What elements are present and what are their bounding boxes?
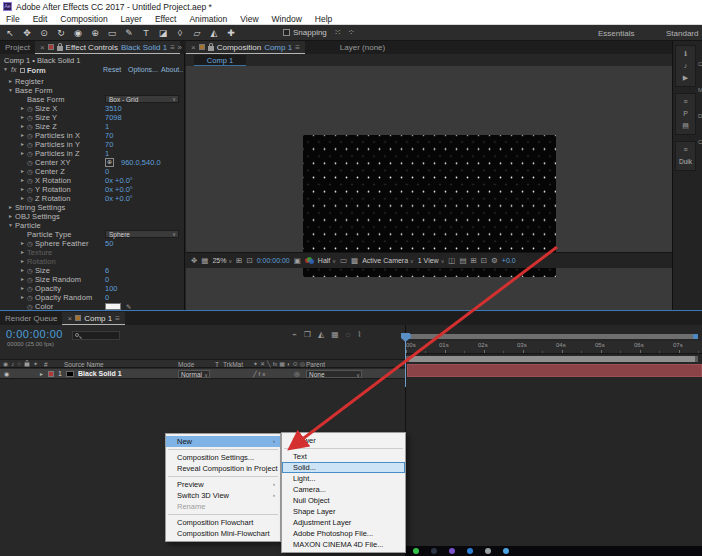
viewer-stage[interactable] <box>186 66 672 252</box>
property-dropdown[interactable]: Box - Grid∨ <box>105 95 179 103</box>
taskbar-app-lightblue[interactable] <box>503 548 509 554</box>
work-area-start-handle[interactable] <box>406 356 409 362</box>
switch-icon-7[interactable]: ◎ <box>300 360 305 369</box>
plugin-panel-icon[interactable]: ≡ <box>676 144 695 156</box>
roto-brush-tool-icon[interactable]: ◭ <box>208 28 220 38</box>
parent-dropdown[interactable]: None ∨ <box>306 370 362 378</box>
property-value[interactable]: 70 <box>105 131 113 140</box>
property-value[interactable]: 100 <box>105 284 118 293</box>
twirl-icon[interactable]: ► <box>20 248 27 257</box>
snapping-checkbox[interactable] <box>283 29 290 36</box>
stopwatch-icon[interactable]: ◷ <box>27 302 35 310</box>
property-value[interactable]: 70 <box>105 140 113 149</box>
fast-previews-icon[interactable]: ▤ <box>459 256 466 265</box>
magnification-dropdown[interactable]: 25% ∨ <box>212 257 232 264</box>
twirl-icon[interactable]: ► <box>20 194 27 203</box>
layer-color-chip[interactable] <box>48 371 54 377</box>
effect-row[interactable]: ►Texture <box>0 248 185 257</box>
switch-icon-2[interactable]: ╲ <box>267 360 271 369</box>
twirl-down-icon[interactable]: ▼ <box>3 66 8 72</box>
twirl-icon[interactable]: ► <box>20 176 27 185</box>
audio-icon[interactable]: ♪ <box>11 360 14 369</box>
menu-effect[interactable]: Effect <box>155 14 177 24</box>
gear-icon[interactable]: ⚙ <box>491 256 498 265</box>
effect-row[interactable]: ►◷Size X3510 <box>0 104 185 113</box>
property-value[interactable]: 0x +0.0° <box>105 194 133 203</box>
show-channel-icon[interactable] <box>305 257 314 264</box>
effect-row[interactable]: ►◷Particles in X70 <box>0 131 185 140</box>
tab-effect-controls[interactable]: × Effect Controls Black Solid 1 ≡ <box>35 41 180 54</box>
twirl-icon[interactable]: ► <box>20 167 27 176</box>
camera-dropdown[interactable]: Active Camera ∨ <box>362 257 414 264</box>
effect-row[interactable]: ►◷Size Random0 <box>0 275 185 284</box>
current-timecode[interactable]: 0:00:00:00 <box>6 328 63 340</box>
paragraph-panel-icon[interactable]: P <box>676 108 695 120</box>
taskbar-app-green[interactable] <box>413 548 419 554</box>
shape-tool-icon[interactable]: ▭ <box>106 28 118 38</box>
property-value[interactable]: 0 <box>105 293 109 302</box>
layer-row[interactable]: ◉ ► 1 Black Solid 1 Normal ∨ ╱fx ◎ None … <box>0 369 405 379</box>
property-value[interactable]: 0 <box>105 167 109 176</box>
menu-composition[interactable]: Composition <box>60 14 107 24</box>
switch-icon-0[interactable]: ✦ <box>253 360 258 369</box>
toolbar-extra-icons[interactable]: ⁙⁘ <box>334 27 361 37</box>
point-icon[interactable]: ⊕ <box>105 158 114 167</box>
selection-tool-icon[interactable]: ↖ <box>4 28 16 38</box>
property-value[interactable]: 1 <box>105 122 109 131</box>
twirl-icon[interactable] <box>20 158 27 167</box>
switch-icon-5[interactable]: ◐ <box>287 360 291 369</box>
timeline-button-icon[interactable]: ⊞ <box>471 256 477 265</box>
menu-help[interactable]: Help <box>315 14 332 24</box>
switch-icon-4[interactable]: ▦ <box>279 360 285 369</box>
effect-row[interactable]: ►OBJ Settings <box>0 212 185 221</box>
stopwatch-icon[interactable]: ◷ <box>27 113 35 122</box>
panel-menu-icon[interactable]: ≡ <box>115 314 120 323</box>
property-value[interactable]: 0 <box>105 275 109 284</box>
exposure-value[interactable]: +0.0 <box>502 257 516 264</box>
switch-icon-1[interactable]: ✕ <box>260 360 265 369</box>
grid-guides-icon[interactable]: ⊞ <box>236 256 242 265</box>
close-icon[interactable]: × <box>40 43 45 52</box>
submenu-item-solid[interactable]: Solid... <box>282 462 405 473</box>
submenu-item-null-object[interactable]: Null Object <box>282 495 405 506</box>
rotation-tool-icon[interactable]: ↻ <box>55 28 67 38</box>
effect-row[interactable]: ►Rotation <box>0 257 185 266</box>
effect-row[interactable]: ►◷Particles in Y70 <box>0 140 185 149</box>
effect-row[interactable]: ◷Color✎ <box>0 302 185 310</box>
stopwatch-icon[interactable]: ◷ <box>27 104 35 113</box>
tab-render-queue[interactable]: Render Queue <box>0 312 62 325</box>
lock-column-icon[interactable] <box>24 363 29 367</box>
puppet-pin-tool-icon[interactable]: ✚ <box>225 28 237 38</box>
effects-presets-panel-icon[interactable]: ≡ <box>676 96 695 108</box>
effect-options-link[interactable]: Options... <box>128 66 158 73</box>
viewer-timecode[interactable]: 0:00:00:00 <box>257 257 290 264</box>
taskbar-app-purple[interactable] <box>449 548 455 554</box>
pan-behind-tool-icon[interactable]: ⊕ <box>89 28 101 38</box>
property-value[interactable]: 0x +0.0° <box>105 185 133 194</box>
twirl-icon[interactable] <box>20 95 27 104</box>
effect-row[interactable]: ►◷Particles in Z1 <box>0 149 185 158</box>
taskbar-app-gray[interactable] <box>485 548 491 554</box>
property-value[interactable]: 0x +0.0° <box>105 176 133 185</box>
taskbar-app-dark[interactable] <box>431 548 437 554</box>
tracker-panel-icon[interactable]: ▤ <box>676 120 695 132</box>
twirl-icon[interactable] <box>20 302 27 310</box>
hide-shy-layers-icon[interactable]: ◭ <box>318 330 324 339</box>
menu-item-new[interactable]: New› <box>166 436 280 447</box>
effect-row[interactable]: ►◷Sphere Feather50 <box>0 239 185 248</box>
tab-composition[interactable]: × Composition Comp 1 ≡ <box>186 41 305 54</box>
submenu-item-light[interactable]: Light... <box>282 473 405 484</box>
submenu-item-adjustment-layer[interactable]: Adjustment Layer <box>282 517 405 528</box>
safe-margins-icon[interactable]: ⊡ <box>246 256 252 265</box>
effect-row[interactable]: ►◷Size Z1 <box>0 122 185 131</box>
menu-animation[interactable]: Animation <box>189 14 227 24</box>
effect-row[interactable]: ►◷Z Rotation0x +0.0° <box>0 194 185 203</box>
twirl-icon[interactable]: ▼ <box>8 86 15 95</box>
effect-row[interactable]: ▼Base Form <box>0 86 185 95</box>
info-panel-icon[interactable]: ℹ <box>676 48 695 60</box>
stopwatch-icon[interactable]: ◷ <box>27 131 35 140</box>
stopwatch-icon[interactable]: ◷ <box>27 293 35 302</box>
menu-item-reveal-composition-in-project[interactable]: Reveal Composition in Project <box>166 463 280 474</box>
parent-pickwhip-icon[interactable]: ◎ <box>294 369 300 379</box>
effect-row[interactable]: ►◷Y Rotation0x +0.0° <box>0 185 185 194</box>
